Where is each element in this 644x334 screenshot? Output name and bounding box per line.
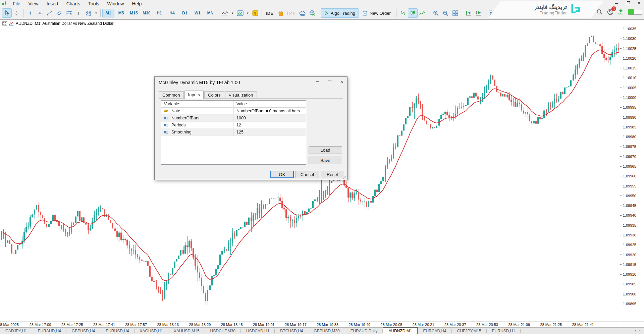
input-row-numberofbars[interactable]: 01NumberOfBars1000	[161, 115, 306, 122]
equidistant-lines-tool-button[interactable]	[64, 8, 74, 18]
timeframe-m30-button[interactable]: M30	[141, 9, 153, 17]
value-cell[interactable]: 125	[234, 129, 306, 135]
timeframe-d1-button[interactable]: D1	[179, 9, 191, 17]
finance-button[interactable]: $	[250, 8, 260, 18]
signals-button[interactable]: ((o))	[285, 8, 298, 18]
close-button[interactable]: ×	[636, 1, 642, 6]
restore-button[interactable]	[625, 1, 631, 6]
cloud-button[interactable]	[298, 8, 307, 18]
candlestick-mode-button[interactable]	[408, 8, 418, 18]
objects-button[interactable]	[235, 8, 245, 18]
chart-tab-eurcad-h4[interactable]: EURCAD,H4	[418, 328, 451, 334]
tile-windows-button[interactable]	[450, 8, 460, 18]
number-type-icon: 01	[164, 122, 169, 128]
chart-tab-xagusd-h1[interactable]: XAGUSD,H1	[135, 328, 168, 334]
shapes-dropdown-button[interactable]: ▾	[93, 8, 99, 18]
shapes-tool-button[interactable]	[84, 8, 93, 18]
chart-tab-euraud-h4[interactable]: EURAUD,H4	[32, 328, 66, 334]
menu-help[interactable]: Help	[128, 0, 146, 7]
channel-tool-button[interactable]	[54, 8, 64, 18]
menu-window[interactable]: Window	[103, 0, 128, 7]
price-axis[interactable]: 1.100351.100301.100251.100201.100151.100…	[620, 20, 644, 322]
auto-scroll-button[interactable]	[474, 8, 483, 18]
dialog-tab-colors[interactable]: Colors	[204, 91, 224, 98]
dialog-tab-inputs[interactable]: Inputs	[184, 91, 204, 99]
text-tool-button[interactable]: T	[74, 8, 84, 18]
community-button[interactable]	[307, 8, 317, 18]
minimize-button[interactable]	[613, 1, 619, 6]
dialog-resize-grip[interactable]: ⋰	[343, 176, 346, 179]
timeframe-m15-button[interactable]: M15	[128, 9, 140, 17]
menu-charts[interactable]: Charts	[62, 0, 84, 7]
value-cell[interactable]: 1000	[234, 115, 306, 121]
crosshair-tool-button[interactable]	[12, 8, 21, 18]
scroll-tabs-left-button[interactable]: ‹	[634, 328, 636, 333]
timeframe-m1-button[interactable]: M1	[102, 9, 114, 17]
ide-button[interactable]: IDE	[264, 8, 276, 18]
chart-tab-eurusd-h4[interactable]: EURUSD,H4	[100, 328, 134, 334]
chart-tab-usdchf-m30[interactable]: USDCHF,M30	[205, 328, 241, 334]
objects-dropdown-button[interactable]: ▾	[245, 8, 250, 18]
timeframe-h1-button[interactable]: H1	[153, 9, 165, 17]
level-button[interactable]: LVL	[618, 9, 623, 15]
timeframe-h4-button[interactable]: H4	[166, 9, 178, 17]
market-button[interactable]	[276, 8, 285, 18]
profile-button[interactable]: 1	[607, 9, 613, 15]
indicators-dropdown-button[interactable]: ▾	[230, 8, 235, 18]
ok-button[interactable]: OK	[270, 171, 294, 178]
price-tick-label: 1.09965	[620, 164, 644, 168]
shift-end-button[interactable]	[464, 8, 474, 18]
chart-tab-eurusd-h1[interactable]: EURUSD,H1	[487, 328, 521, 334]
dialog-minimize-button[interactable]	[315, 79, 320, 84]
dialog-tab-common[interactable]: Common	[159, 91, 184, 98]
price-tick-label: 1.09930	[620, 233, 644, 237]
value-cell[interactable]: 12	[234, 122, 306, 128]
save-button[interactable]: Save	[309, 157, 342, 164]
timeframe-mn-button[interactable]: MN	[204, 9, 216, 17]
chart-tab-gbpusd-h4[interactable]: GBPUSD,H4	[66, 328, 100, 334]
price-tick-label: 1.10020	[620, 56, 644, 60]
dialog-maximize-button[interactable]	[327, 79, 332, 84]
timeframe-w1-button[interactable]: W1	[192, 9, 204, 17]
menu-view[interactable]: View	[24, 0, 43, 7]
variable-cell: 01Periods	[161, 122, 234, 128]
chart-tab-cadjpy-h1[interactable]: CADJPY,H1	[0, 328, 32, 334]
algo-trading-button[interactable]: Algo Trading	[321, 8, 359, 18]
menu-insert[interactable]: Insert	[43, 0, 62, 7]
price-tick-label: 1.09900	[620, 292, 644, 296]
horizontal-line-tool-button[interactable]	[35, 8, 45, 18]
chart-tab-euraud-daily[interactable]: EURAUD,Daily	[345, 328, 383, 334]
new-order-button[interactable]: New Order	[359, 8, 394, 18]
bar-chart-mode-button[interactable]	[398, 8, 408, 18]
input-row-periods[interactable]: 01Periods12	[161, 122, 306, 129]
menu-file[interactable]: File	[9, 0, 24, 7]
dialog-close-button[interactable]: ×	[339, 79, 344, 84]
cancel-button[interactable]: Cancel	[296, 171, 319, 178]
chart-tab-audnzd-m1[interactable]: AUDNZD,M1	[383, 327, 418, 334]
input-row-note[interactable]: abNoteNumberOfBars = 0 means all bars	[161, 108, 306, 115]
chart-tab-chfjpy-m15[interactable]: CHFJPY,M15	[452, 328, 487, 334]
scroll-tabs-right-button[interactable]: ›	[639, 328, 641, 333]
cursor-tool-button[interactable]	[2, 8, 12, 18]
dialog-tab-visualization[interactable]: Visualization	[225, 91, 257, 98]
load-button[interactable]: Load	[309, 146, 342, 154]
chart-tab-gbpusd-m30[interactable]: GBPUSD,M30	[308, 328, 345, 334]
timeframe-m5-button[interactable]: M5	[115, 9, 127, 17]
search-icon[interactable]	[597, 9, 602, 15]
vertical-line-tool-button[interactable]	[25, 8, 35, 18]
reset-button[interactable]: Reset	[321, 171, 344, 178]
zoom-out-button[interactable]	[441, 8, 450, 18]
variable-column-header: Variable	[161, 101, 234, 107]
chart-tab-usdcad-h1[interactable]: USDCAD,H1	[241, 328, 275, 334]
zoom-in-button[interactable]	[431, 8, 441, 18]
trendline-tool-button[interactable]	[45, 8, 54, 18]
chart-tab-btcusd-h4[interactable]: BTCUSD,H4	[275, 328, 308, 334]
input-row-smoothing[interactable]: 01Smoothing125	[161, 129, 306, 136]
indicators-button[interactable]	[220, 8, 230, 18]
line-chart-mode-button[interactable]	[418, 8, 427, 18]
quotes-icon[interactable]	[2, 21, 7, 25]
chart-tab-xauusd-m15[interactable]: XAUUSD,M15	[168, 328, 205, 334]
depth-of-market-icon[interactable]	[9, 21, 14, 25]
menu-tools[interactable]: Tools	[84, 0, 103, 7]
value-cell[interactable]: NumberOfBars = 0 means all bars	[234, 108, 306, 114]
